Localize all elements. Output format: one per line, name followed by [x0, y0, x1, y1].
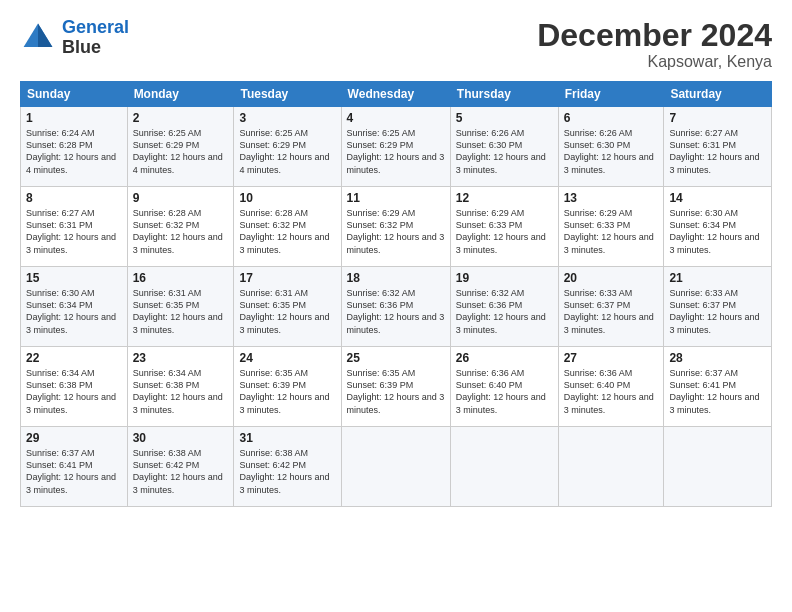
header-row: Sunday Monday Tuesday Wednesday Thursday… [21, 82, 772, 107]
calendar-cell: 12 Sunrise: 6:29 AMSunset: 6:33 PMDaylig… [450, 187, 558, 267]
day-info: Sunrise: 6:32 AMSunset: 6:36 PMDaylight:… [347, 287, 445, 336]
calendar-cell: 24 Sunrise: 6:35 AMSunset: 6:39 PMDaylig… [234, 347, 341, 427]
logo-icon [20, 20, 56, 56]
day-info: Sunrise: 6:29 AMSunset: 6:33 PMDaylight:… [456, 207, 553, 256]
calendar-cell: 15 Sunrise: 6:30 AMSunset: 6:34 PMDaylig… [21, 267, 128, 347]
day-info: Sunrise: 6:31 AMSunset: 6:35 PMDaylight:… [133, 287, 229, 336]
month-title: December 2024 [537, 18, 772, 53]
calendar-cell [558, 427, 664, 507]
calendar-cell: 7 Sunrise: 6:27 AMSunset: 6:31 PMDayligh… [664, 107, 772, 187]
day-number: 11 [347, 191, 445, 205]
calendar-week-4: 22 Sunrise: 6:34 AMSunset: 6:38 PMDaylig… [21, 347, 772, 427]
col-saturday: Saturday [664, 82, 772, 107]
calendar-cell: 27 Sunrise: 6:36 AMSunset: 6:40 PMDaylig… [558, 347, 664, 427]
day-number: 18 [347, 271, 445, 285]
header: General Blue December 2024 Kapsowar, Ken… [20, 18, 772, 71]
calendar-cell: 21 Sunrise: 6:33 AMSunset: 6:37 PMDaylig… [664, 267, 772, 347]
logo: General Blue [20, 18, 129, 58]
calendar-cell: 20 Sunrise: 6:33 AMSunset: 6:37 PMDaylig… [558, 267, 664, 347]
location-subtitle: Kapsowar, Kenya [537, 53, 772, 71]
calendar-week-3: 15 Sunrise: 6:30 AMSunset: 6:34 PMDaylig… [21, 267, 772, 347]
col-friday: Friday [558, 82, 664, 107]
calendar-week-5: 29 Sunrise: 6:37 AMSunset: 6:41 PMDaylig… [21, 427, 772, 507]
day-number: 22 [26, 351, 122, 365]
day-info: Sunrise: 6:30 AMSunset: 6:34 PMDaylight:… [669, 207, 766, 256]
day-number: 4 [347, 111, 445, 125]
day-number: 14 [669, 191, 766, 205]
calendar-cell: 2 Sunrise: 6:25 AMSunset: 6:29 PMDayligh… [127, 107, 234, 187]
day-info: Sunrise: 6:25 AMSunset: 6:29 PMDaylight:… [347, 127, 445, 176]
calendar-cell: 16 Sunrise: 6:31 AMSunset: 6:35 PMDaylig… [127, 267, 234, 347]
calendar-cell: 3 Sunrise: 6:25 AMSunset: 6:29 PMDayligh… [234, 107, 341, 187]
day-info: Sunrise: 6:32 AMSunset: 6:36 PMDaylight:… [456, 287, 553, 336]
day-number: 26 [456, 351, 553, 365]
day-info: Sunrise: 6:27 AMSunset: 6:31 PMDaylight:… [669, 127, 766, 176]
calendar-cell: 8 Sunrise: 6:27 AMSunset: 6:31 PMDayligh… [21, 187, 128, 267]
day-number: 1 [26, 111, 122, 125]
day-info: Sunrise: 6:24 AMSunset: 6:28 PMDaylight:… [26, 127, 122, 176]
calendar-cell: 11 Sunrise: 6:29 AMSunset: 6:32 PMDaylig… [341, 187, 450, 267]
calendar-cell: 19 Sunrise: 6:32 AMSunset: 6:36 PMDaylig… [450, 267, 558, 347]
day-info: Sunrise: 6:26 AMSunset: 6:30 PMDaylight:… [456, 127, 553, 176]
day-number: 8 [26, 191, 122, 205]
col-sunday: Sunday [21, 82, 128, 107]
day-info: Sunrise: 6:37 AMSunset: 6:41 PMDaylight:… [26, 447, 122, 496]
day-info: Sunrise: 6:29 AMSunset: 6:32 PMDaylight:… [347, 207, 445, 256]
title-block: December 2024 Kapsowar, Kenya [537, 18, 772, 71]
day-number: 30 [133, 431, 229, 445]
day-info: Sunrise: 6:30 AMSunset: 6:34 PMDaylight:… [26, 287, 122, 336]
day-number: 12 [456, 191, 553, 205]
day-number: 15 [26, 271, 122, 285]
calendar-cell: 29 Sunrise: 6:37 AMSunset: 6:41 PMDaylig… [21, 427, 128, 507]
calendar-body: 1 Sunrise: 6:24 AMSunset: 6:28 PMDayligh… [21, 107, 772, 507]
day-number: 2 [133, 111, 229, 125]
day-number: 28 [669, 351, 766, 365]
day-info: Sunrise: 6:29 AMSunset: 6:33 PMDaylight:… [564, 207, 659, 256]
day-number: 5 [456, 111, 553, 125]
calendar-cell: 17 Sunrise: 6:31 AMSunset: 6:35 PMDaylig… [234, 267, 341, 347]
calendar-cell: 18 Sunrise: 6:32 AMSunset: 6:36 PMDaylig… [341, 267, 450, 347]
day-number: 6 [564, 111, 659, 125]
day-number: 17 [239, 271, 335, 285]
day-number: 10 [239, 191, 335, 205]
calendar-cell [664, 427, 772, 507]
day-info: Sunrise: 6:25 AMSunset: 6:29 PMDaylight:… [133, 127, 229, 176]
day-number: 27 [564, 351, 659, 365]
day-info: Sunrise: 6:36 AMSunset: 6:40 PMDaylight:… [564, 367, 659, 416]
day-number: 3 [239, 111, 335, 125]
day-info: Sunrise: 6:31 AMSunset: 6:35 PMDaylight:… [239, 287, 335, 336]
calendar-cell [341, 427, 450, 507]
day-number: 9 [133, 191, 229, 205]
calendar-week-2: 8 Sunrise: 6:27 AMSunset: 6:31 PMDayligh… [21, 187, 772, 267]
calendar-cell: 31 Sunrise: 6:38 AMSunset: 6:42 PMDaylig… [234, 427, 341, 507]
day-number: 20 [564, 271, 659, 285]
calendar-cell: 22 Sunrise: 6:34 AMSunset: 6:38 PMDaylig… [21, 347, 128, 427]
day-number: 21 [669, 271, 766, 285]
calendar-cell: 23 Sunrise: 6:34 AMSunset: 6:38 PMDaylig… [127, 347, 234, 427]
calendar-cell: 25 Sunrise: 6:35 AMSunset: 6:39 PMDaylig… [341, 347, 450, 427]
calendar-table: Sunday Monday Tuesday Wednesday Thursday… [20, 81, 772, 507]
day-info: Sunrise: 6:28 AMSunset: 6:32 PMDaylight:… [133, 207, 229, 256]
calendar-header: Sunday Monday Tuesday Wednesday Thursday… [21, 82, 772, 107]
calendar-cell [450, 427, 558, 507]
day-number: 19 [456, 271, 553, 285]
day-info: Sunrise: 6:35 AMSunset: 6:39 PMDaylight:… [239, 367, 335, 416]
day-number: 24 [239, 351, 335, 365]
day-number: 31 [239, 431, 335, 445]
calendar-cell: 9 Sunrise: 6:28 AMSunset: 6:32 PMDayligh… [127, 187, 234, 267]
col-tuesday: Tuesday [234, 82, 341, 107]
day-info: Sunrise: 6:25 AMSunset: 6:29 PMDaylight:… [239, 127, 335, 176]
day-info: Sunrise: 6:38 AMSunset: 6:42 PMDaylight:… [133, 447, 229, 496]
calendar-cell: 6 Sunrise: 6:26 AMSunset: 6:30 PMDayligh… [558, 107, 664, 187]
calendar-cell: 13 Sunrise: 6:29 AMSunset: 6:33 PMDaylig… [558, 187, 664, 267]
calendar-week-1: 1 Sunrise: 6:24 AMSunset: 6:28 PMDayligh… [21, 107, 772, 187]
day-info: Sunrise: 6:35 AMSunset: 6:39 PMDaylight:… [347, 367, 445, 416]
day-number: 23 [133, 351, 229, 365]
day-info: Sunrise: 6:36 AMSunset: 6:40 PMDaylight:… [456, 367, 553, 416]
day-info: Sunrise: 6:27 AMSunset: 6:31 PMDaylight:… [26, 207, 122, 256]
day-info: Sunrise: 6:34 AMSunset: 6:38 PMDaylight:… [133, 367, 229, 416]
day-number: 16 [133, 271, 229, 285]
svg-marker-1 [38, 23, 52, 46]
day-info: Sunrise: 6:38 AMSunset: 6:42 PMDaylight:… [239, 447, 335, 496]
calendar-cell: 30 Sunrise: 6:38 AMSunset: 6:42 PMDaylig… [127, 427, 234, 507]
